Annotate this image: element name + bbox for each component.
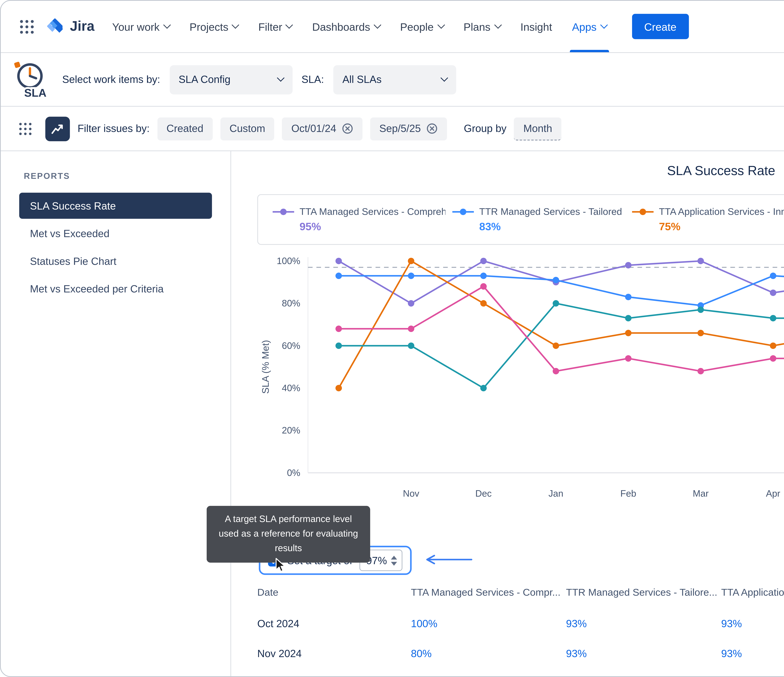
y-tick-label: 20% [282,425,300,435]
group-by-select[interactable]: Month [514,117,562,140]
data-point [335,342,342,349]
nav-item-label: Your work [112,20,159,33]
x-tick-label: Nov [403,488,419,498]
y-tick-label: 80% [282,298,300,308]
top-navigation: Jira Your workProjectsFilterDashboardsPe… [1,1,784,53]
sidebar-item-met-vs-exceeded-per-criteria[interactable]: Met vs Exceeded per Criteria [19,275,212,302]
sla-select[interactable]: All SLAs [333,65,456,94]
remove-chip-icon[interactable] [342,123,353,134]
x-tick-label: Mar [693,488,709,498]
legend-item-tta-managed-services-compreh[interactable]: TTA Managed Services - Compreh...95% [272,207,451,233]
data-point [770,290,776,296]
data-point [480,300,487,306]
spinner-up-icon[interactable] [391,555,397,559]
content-area: REPORTS SLA Success RateMet vs ExceededS… [1,151,784,676]
nav-item-plans[interactable]: Plans [454,1,510,52]
mouse-cursor [275,557,286,573]
series-line-icon [451,208,474,216]
svg-text:SLA: SLA [24,86,47,99]
nav-item-label: Filter [258,20,282,33]
create-button[interactable]: Create [632,14,689,39]
data-point [408,258,414,264]
sla-app-logo: SLA [13,60,53,99]
sla-app-toolbar: SLA Select work items by: SLA Config SLA… [1,53,784,107]
data-point [408,273,414,279]
data-point [625,315,632,321]
table-cell-value[interactable]: 93% [566,638,721,669]
reports-sidebar: REPORTS SLA Success RateMet vs ExceededS… [1,151,231,676]
date-chip-oct-01-24[interactable]: Oct/01/24 [282,117,362,140]
data-point [480,283,487,290]
number-spinner[interactable] [389,555,401,565]
legend-series-label: TTR Managed Services - Tailored I... [479,207,625,217]
legend-series-average: 95% [300,220,445,233]
data-point [625,355,632,362]
chart-view-toggle[interactable] [45,116,70,141]
chevron-down-icon [232,21,240,29]
annotation-arrow-icon [418,553,473,565]
nav-item-filter[interactable]: Filter [248,1,302,52]
nav-item-dashboards[interactable]: Dashboards [302,1,390,52]
data-point [553,342,559,349]
chevron-down-icon [374,21,381,29]
sidebar-item-met-vs-exceeded[interactable]: Met vs Exceeded [19,220,212,247]
table-cell-value[interactable]: 93% [566,609,721,638]
nav-item-apps[interactable]: Apps [562,1,616,52]
data-point [697,330,704,336]
chip-label: Created [166,123,203,134]
reports-heading: REPORTS [24,171,230,180]
filter-issues-label: Filter issues by: [78,123,149,134]
nav-item-people[interactable]: People [390,1,454,52]
chevron-down-icon [440,74,448,82]
data-point [625,262,632,269]
data-point [770,342,776,349]
jira-mark-icon [45,17,64,36]
data-point [770,273,776,279]
y-tick-label: 60% [282,340,300,351]
data-point [697,258,704,264]
date-chip-sep-5-25[interactable]: Sep/5/25 [370,117,447,140]
series-tta-application-services-innova[interactable] [335,258,784,391]
chevron-down-icon [277,74,284,82]
nav-item-label: Dashboards [312,20,370,33]
legend-item-ttr-managed-services-tailored-i[interactable]: TTR Managed Services - Tailored I...83% [451,207,631,233]
series-line-icon [631,208,654,216]
sidebar-item-statuses-pie-chart[interactable]: Statuses Pie Chart [19,248,212,274]
chip-label: Sep/5/25 [379,123,421,134]
jira-logo[interactable]: Jira [45,17,95,36]
table-cell-date: Oct 2024 [257,609,411,638]
table-cell-value[interactable]: 93% [721,609,784,638]
data-point [553,277,559,283]
filter-chip-custom[interactable]: Custom [220,117,274,140]
y-tick-label: 0% [287,467,300,478]
table-cell-value[interactable]: 100% [411,609,566,638]
data-point [408,342,414,349]
filter-chip-created[interactable]: Created [157,117,213,140]
chevron-down-icon [437,21,445,29]
data-point [770,355,776,362]
series-ttr-application-services-custo[interactable] [335,283,784,417]
spinner-down-icon[interactable] [391,562,397,565]
nav-item-label: Apps [572,20,596,33]
table-header-series: TTA Application Services - Inno... [721,580,784,609]
app-switcher-button[interactable] [13,13,40,40]
table-cell-date: Nov 2024 [257,638,411,669]
nav-item-projects[interactable]: Projects [179,1,248,52]
sidebar-item-sla-success-rate[interactable]: SLA Success Rate [19,193,212,219]
y-axis-title: SLA (% Met) [260,340,271,394]
legend-item-tta-application-services-innova[interactable]: TTA Application Services - Innova...75% [631,207,784,233]
nav-item-insight[interactable]: Insight [510,1,562,52]
chart-title: SLA Success Rate [257,163,784,179]
data-point [480,385,487,391]
remove-chip-icon[interactable] [426,123,438,134]
grid-view-toggle[interactable] [13,116,37,141]
work-items-select[interactable]: SLA Config [170,65,292,94]
series-ttr-application-services-expert[interactable] [335,273,784,391]
table-cell-value[interactable]: 93% [721,638,784,669]
legend-item-top: TTA Application Services - Innova... [631,207,784,217]
filter-bar: Filter issues by: CreatedCustomOct/01/24… [1,107,784,151]
report-main: SLA Success Rate TTA Managed Services - … [231,151,784,676]
data-point [697,368,704,374]
table-cell-value[interactable]: 80% [411,638,566,669]
nav-item-your-work[interactable]: Your work [102,1,179,52]
